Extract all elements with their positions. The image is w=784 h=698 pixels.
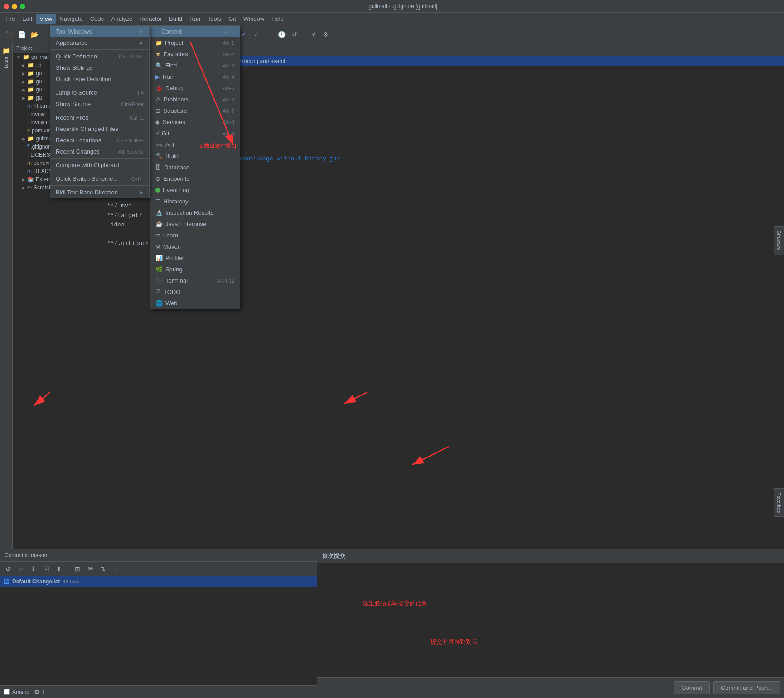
menu-item-quick-def[interactable]: Quick Definition Ctrl+Shift+I bbox=[50, 51, 149, 62]
toolbar-project-btn[interactable]: ⬛ bbox=[4, 29, 15, 40]
tw-item-project[interactable]: 📁 Project Alt+1 bbox=[150, 37, 240, 48]
shortcut: Ctrl+E bbox=[130, 115, 144, 120]
tw-item-terminal[interactable]: ⬛ Terminal Alt+F12 bbox=[150, 275, 240, 286]
commit-checkin-btn[interactable]: ☑ bbox=[41, 563, 52, 574]
tw-item-commit[interactable]: ⑂ Commit Alt+0 bbox=[150, 26, 240, 37]
menu-item-jump-source[interactable]: Jump to Source F4 bbox=[50, 87, 149, 98]
tw-item-java-enterprise[interactable]: ☕ Java Enterprise bbox=[150, 218, 240, 230]
commit-filter-btn[interactable]: ≡ bbox=[110, 563, 121, 574]
git-clock[interactable]: 🕑 bbox=[276, 29, 287, 40]
menu-item-quick-type[interactable]: Quick Type Definition bbox=[50, 73, 149, 85]
git-branch[interactable]: ⑂ bbox=[308, 29, 319, 40]
close-button[interactable] bbox=[4, 4, 9, 9]
favorites-sidebar-tab[interactable]: Favorites bbox=[774, 488, 784, 517]
amend-checkbox[interactable] bbox=[4, 689, 10, 695]
tw-item-profiler[interactable]: 📊 Profiler bbox=[150, 252, 240, 264]
menu-item-quick-switch[interactable]: Quick Switch Scheme... Ctrl+` bbox=[50, 173, 149, 184]
menu-item-recent-files[interactable]: Recent Files Ctrl+E bbox=[50, 112, 149, 123]
tw-item-problems[interactable]: ⚠ Problems Alt+6 bbox=[150, 94, 240, 105]
tw-spring-label: Spring bbox=[165, 266, 183, 273]
commit-push-button[interactable]: Commit and Push... bbox=[713, 681, 780, 694]
tw-item-learn[interactable]: m Learn bbox=[150, 230, 240, 241]
tw-item-run[interactable]: ▶ Run Alt+4 bbox=[150, 71, 240, 82]
tw-item-ant[interactable]: 🐜 Ant bbox=[150, 139, 240, 150]
commit-refresh-btn[interactable]: ↺ bbox=[3, 563, 14, 574]
tw-item-endpoints[interactable]: ⊙ Endpoints bbox=[150, 173, 240, 184]
menu-code[interactable]: Code bbox=[87, 14, 108, 24]
tree-arrow: ▶ bbox=[22, 96, 25, 101]
menu-item-recent-changes[interactable]: Recent Changes Alt+Shift+C bbox=[50, 146, 149, 157]
menu-analyze[interactable]: Analyze bbox=[108, 14, 136, 24]
info-icon[interactable]: ℹ bbox=[43, 688, 45, 696]
commit-checkout-btn[interactable]: ⬆ bbox=[53, 563, 64, 574]
structure-sidebar-tab[interactable]: Structure bbox=[774, 226, 784, 255]
tool-windows-submenu[interactable]: ⑂ Commit Alt+0 📁 Project Alt+1 ★ Favorit… bbox=[150, 25, 240, 309]
view-menu-dropdown[interactable]: Tool Windows ▶ Appearance ▶ Quick Defini… bbox=[50, 25, 150, 198]
tw-item-database[interactable]: 🗄 Database bbox=[150, 162, 240, 173]
menu-item-recently-changed[interactable]: Recently Changed Files bbox=[50, 123, 149, 135]
git-check2[interactable]: ✓ bbox=[251, 29, 262, 40]
commit-sort-btn[interactable]: ⇅ bbox=[97, 563, 108, 574]
git-arrow-up[interactable]: ↑ bbox=[264, 29, 275, 40]
menu-help[interactable]: Help bbox=[268, 14, 287, 24]
tw-item-inspection[interactable]: 🔬 Inspection Results bbox=[150, 207, 240, 218]
tw-item-spring[interactable]: 🌿 Spring bbox=[150, 264, 240, 275]
file-icon: f bbox=[27, 144, 29, 150]
menu-item-bidi[interactable]: Bidi Text Base Direction ▶ bbox=[50, 187, 149, 198]
tw-item-hierarchy[interactable]: ⊤ Hierarchy bbox=[150, 196, 240, 207]
tw-item-maven[interactable]: M Maven bbox=[150, 241, 240, 252]
menu-item-appearance[interactable]: Appearance ▶ bbox=[50, 37, 149, 48]
tw-item-event-log[interactable]: Event Log bbox=[150, 184, 240, 196]
commit-undo-btn[interactable]: ↩ bbox=[15, 563, 26, 574]
settings-icon[interactable]: ⚙ bbox=[34, 688, 40, 696]
menu-tools[interactable]: Tools bbox=[204, 14, 225, 24]
tw-profiler-label: Profiler bbox=[165, 255, 184, 261]
menu-run[interactable]: Run bbox=[186, 14, 204, 24]
sidebar-learn-icon[interactable]: Learn bbox=[3, 57, 10, 68]
project-icon: 📁 bbox=[155, 40, 162, 46]
menu-git[interactable]: Git bbox=[225, 14, 240, 24]
toolbar-new-btn[interactable]: 📄 bbox=[16, 29, 27, 40]
sidebar-project-icon[interactable]: 📁 bbox=[1, 45, 12, 56]
git-settings2[interactable]: ⚙ bbox=[320, 29, 331, 40]
menu-item-show-siblings[interactable]: Show Siblings bbox=[50, 62, 149, 73]
tw-item-find[interactable]: 🔍 Find Alt+3 bbox=[150, 60, 240, 71]
structure-icon: ⊞ bbox=[155, 107, 160, 114]
window-controls[interactable] bbox=[4, 4, 25, 9]
titlebar: gulimall - .gitignore [gulimall] bbox=[0, 0, 784, 13]
commit-message-area[interactable] bbox=[317, 563, 784, 677]
commit-group-btn[interactable]: ⊞ bbox=[72, 563, 83, 574]
menu-window[interactable]: Window bbox=[240, 14, 268, 24]
toolbar-sep4 bbox=[304, 30, 304, 39]
maximize-button[interactable] bbox=[20, 4, 25, 9]
menu-refactor[interactable]: Refactor bbox=[136, 14, 165, 24]
menu-navigate[interactable]: Navigate bbox=[56, 14, 86, 24]
menu-item-compare-clipboard[interactable]: Compare with Clipboard bbox=[50, 159, 149, 171]
menu-item-tool-windows[interactable]: Tool Windows ▶ bbox=[50, 26, 149, 37]
tw-item-git[interactable]: ⑂ Git Alt+9 bbox=[150, 128, 240, 139]
commit-button[interactable]: Commit bbox=[674, 681, 710, 694]
commit-file-list[interactable]: ☑ Default Changelist 46 files bbox=[0, 576, 317, 689]
checkbox-icon[interactable]: ☑ bbox=[4, 578, 10, 585]
menu-edit[interactable]: Edit bbox=[19, 14, 36, 24]
tw-item-services[interactable]: ◈ Services Alt+8 bbox=[150, 116, 240, 128]
tw-item-structure[interactable]: ⊞ Structure Alt+7 bbox=[150, 105, 240, 116]
git-revert[interactable]: ↺ bbox=[289, 29, 300, 40]
commit-buttons-bar: Commit Commit and Push... bbox=[317, 677, 784, 698]
commit-shelve-btn[interactable]: ↧ bbox=[28, 563, 39, 574]
tw-item-build[interactable]: 🔨 Build bbox=[150, 150, 240, 162]
menu-file[interactable]: File bbox=[2, 14, 19, 24]
minimize-button[interactable] bbox=[12, 4, 17, 9]
menu-view[interactable]: View bbox=[36, 14, 56, 24]
commit-eye-btn[interactable]: 👁 bbox=[85, 563, 96, 574]
toolbar-open-btn[interactable]: 📂 bbox=[29, 29, 40, 40]
scratches-icon: ✏ bbox=[27, 184, 32, 191]
menu-item-show-source[interactable]: Show Source Ctrl+Enter bbox=[50, 98, 149, 110]
tw-item-web[interactable]: 🌐 Web bbox=[150, 298, 240, 309]
tw-item-todo[interactable]: ☑ TODO bbox=[150, 286, 240, 298]
tw-item-favorites[interactable]: ★ Favorites Alt+2 bbox=[150, 48, 240, 60]
menu-build[interactable]: Build bbox=[165, 14, 186, 24]
tw-item-debug[interactable]: 🐞 Debug Alt+5 bbox=[150, 82, 240, 94]
menu-item-recent-locations[interactable]: Recent Locations Ctrl+Shift+E bbox=[50, 135, 149, 146]
commit-changelist[interactable]: ☑ Default Changelist 46 files bbox=[0, 576, 317, 587]
